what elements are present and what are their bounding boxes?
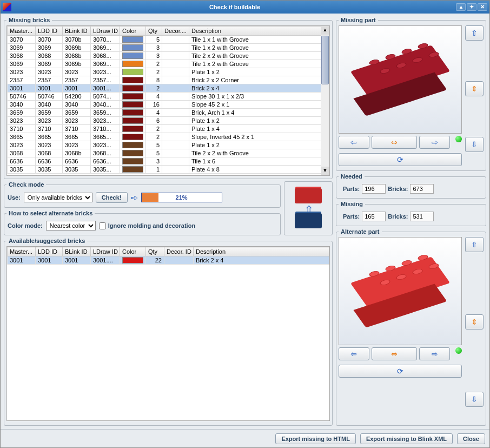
ignore-molding-label[interactable]: Ignore molding and decoration [108, 222, 195, 229]
missing-part-brick [360, 55, 441, 104]
scroll-down-icon[interactable]: ▼ [321, 167, 329, 175]
missing-stats-panel: Missing Parts: 165 Bricks: 531 [336, 201, 486, 226]
ignore-molding-checkbox[interactable] [99, 222, 106, 229]
needed-parts-label: Parts: [343, 186, 360, 192]
column-header[interactable]: LDD ID [36, 27, 63, 36]
column-header[interactable]: LDraw ID [91, 247, 120, 256]
maximize-icon[interactable]: ✦ [467, 3, 476, 11]
titlebar[interactable]: Check if buildable ▴ ✦ ✕ [1, 1, 489, 14]
close-icon[interactable]: ✕ [478, 3, 487, 11]
color-swatch [122, 134, 143, 140]
table-row[interactable]: 3710371037103710...2Plate 1 x 4 [8, 125, 329, 133]
column-header[interactable]: Description [189, 27, 329, 36]
table-row[interactable]: 3023302330233023...6Plate 1 x 2 [8, 117, 329, 125]
rotate-vert-button[interactable]: ⇕ [465, 81, 484, 96]
alt-rotate-horiz-button[interactable]: ⇔ [372, 347, 417, 360]
table-row[interactable]: 3001300130013001....22Brick 2 x 4 [8, 256, 329, 265]
rotate-left-button[interactable]: ⇦ [339, 136, 369, 149]
swap-button[interactable]: ⇧ [284, 181, 333, 235]
alt-status-dot [455, 347, 462, 354]
color-swatch [122, 85, 143, 91]
close-button[interactable]: Close [457, 433, 485, 444]
color-swatch [122, 117, 143, 124]
alt-rotate-vert-button[interactable]: ⇕ [465, 314, 484, 330]
table-row[interactable]: 3659365936593659...4Brick, Arch 1 x 4 [8, 109, 329, 117]
missing-bricks-table[interactable]: Master...LDD IDBLink IDLDraw IDColorQtyD… [7, 26, 329, 174]
rotate-up-button[interactable]: ⇧ [465, 25, 484, 41]
alt-rotate-right-button[interactable]: ⇨ [419, 347, 450, 360]
reset-view-button[interactable]: ⟳ [339, 153, 462, 166]
alt-reset-view-button[interactable]: ⟳ [339, 365, 462, 378]
table-row[interactable]: 5074650746542005074...4Slope 30 1 x 1 x … [8, 93, 329, 101]
color-mode-label: Color mode: [8, 222, 43, 229]
footer: Export missing to HTML Export missing to… [1, 429, 489, 447]
table-row[interactable]: 3001300130013001...2Brick 2 x 4 [8, 84, 329, 93]
alternate-part-brick [360, 267, 441, 315]
rotate-down-button[interactable]: ⇩ [465, 137, 484, 152]
color-swatch [122, 142, 143, 148]
color-swatch [122, 77, 143, 83]
table-row[interactable]: 306930693069b3069...3Tile 1 x 2 with Gro… [8, 44, 329, 52]
column-header[interactable]: Master... [8, 247, 36, 256]
table-row[interactable]: 3023302330233023...2Plate 1 x 2 [8, 68, 329, 76]
table-row[interactable]: 6636663666366636...3Tile 1 x 6 [8, 157, 329, 166]
color-swatch [122, 69, 143, 75]
color-swatch [122, 61, 143, 67]
table-row[interactable]: 306930693069b3069...2Tile 1 x 2 with Gro… [8, 60, 329, 68]
missing-stats-legend: Missing [339, 201, 365, 207]
table-row[interactable]: 307030703070b3070...5Tile 1 x 1 with Gro… [8, 36, 329, 44]
table-row[interactable]: 3035303530353035...1Plate 4 x 8 [8, 166, 329, 174]
color-swatch [122, 126, 143, 132]
color-swatch [122, 101, 143, 108]
table-row[interactable]: 306830683068b3068...5Tile 2 x 2 with Gro… [8, 149, 329, 157]
use-select[interactable]: Only available bricks [24, 193, 92, 202]
table-row[interactable]: 3665366536653665...2Slope, Inverted 45 2… [8, 133, 329, 141]
scroll-up-icon[interactable]: ▲ [321, 26, 329, 35]
column-header[interactable]: Color [120, 247, 146, 256]
column-header[interactable]: Master... [8, 27, 36, 36]
check-progress: 21% [141, 193, 222, 202]
column-header[interactable]: Color [120, 27, 146, 36]
color-swatch [122, 166, 143, 173]
table-row[interactable]: 306830683068b3068...3Tile 2 x 2 with Gro… [8, 52, 329, 60]
missing-parts-value: 165 [362, 212, 386, 221]
table-row[interactable]: 3040304030403040...16Slope 45 2 x 1 [8, 101, 329, 109]
column-header[interactable]: Decor.... [162, 27, 189, 36]
check-mode-panel: Check mode Use: Only available bricks Ch… [4, 181, 281, 208]
app-icon [3, 3, 11, 11]
use-label: Use: [8, 194, 21, 201]
rotate-horiz-button[interactable]: ⇔ [372, 136, 417, 149]
scrollbar[interactable]: ▲ ▼ [321, 26, 329, 175]
table-row[interactable]: 3023302330233023...5Plate 1 x 2 [8, 141, 329, 149]
alt-rotate-down-button[interactable]: ⇩ [465, 392, 484, 407]
alt-rotate-up-button[interactable]: ⇧ [465, 237, 484, 252]
window-title: Check if buildable [14, 4, 456, 10]
column-header[interactable]: BLink ID [63, 247, 91, 256]
available-bricks-table[interactable]: Master...LDD IDBLink IDLDraw IDColorQtyD… [7, 247, 329, 265]
column-header[interactable]: Qty [146, 247, 164, 256]
check-button[interactable]: Check! [96, 192, 128, 203]
alternate-part-view[interactable] [339, 237, 462, 345]
window: Check if buildable ▴ ✦ ✕ Missing bricks … [0, 0, 490, 448]
column-header[interactable]: Decor. ID [164, 247, 194, 256]
color-swatch [122, 257, 143, 263]
column-header[interactable]: LDD ID [36, 247, 63, 256]
rotate-right-button[interactable]: ⇨ [419, 136, 450, 149]
column-header[interactable]: LDraw ID [91, 27, 120, 36]
alt-rotate-left-button[interactable]: ⇦ [339, 347, 369, 360]
minimize-icon[interactable]: ▴ [456, 3, 466, 11]
needed-legend: Needed [339, 173, 365, 180]
table-row[interactable]: 2357235723572357...8Brick 2 x 2 Corner [8, 76, 329, 84]
missing-part-legend: Missing part [339, 17, 378, 23]
color-mode-select[interactable]: Nearest color [46, 221, 96, 230]
needed-bricks-label: Bricks: [388, 186, 408, 192]
missing-bricks-legend: Missing bricks [6, 17, 52, 23]
column-header[interactable]: BLink ID [63, 27, 91, 36]
column-header[interactable]: Qty [146, 27, 162, 36]
scroll-thumb[interactable] [321, 36, 329, 84]
export-xml-button[interactable]: Export missing to Blink XML [360, 433, 453, 444]
color-swatch [122, 36, 143, 43]
missing-part-view[interactable] [339, 25, 462, 134]
export-html-button[interactable]: Export missing to HTML [275, 433, 356, 444]
column-header[interactable]: Description [194, 247, 329, 256]
